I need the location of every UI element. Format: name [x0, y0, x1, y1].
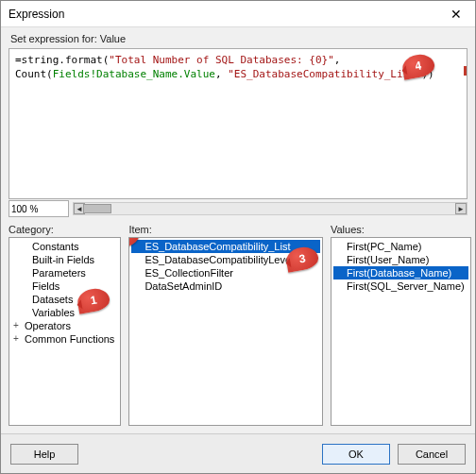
expression-editor[interactable]: =string.format("Total Number of SQL Data… [8, 48, 468, 199]
item-box: 2 ES_DatabaseCompatibility_List ES_Datab… [128, 237, 323, 426]
close-button[interactable]: ✕ [437, 1, 475, 27]
window-title: Expression [8, 8, 64, 21]
values-row[interactable]: First(PC_Name) [333, 240, 468, 253]
help-button[interactable]: Help [10, 444, 78, 465]
cancel-button[interactable]: Cancel [398, 444, 466, 465]
subheader-label: Set expression for: Value [1, 27, 475, 46]
picker-panes: Category: Constants Built-in Fields Para… [8, 224, 468, 426]
titlebar: Expression ✕ [1, 1, 475, 27]
footer-button-group: OK Cancel [322, 444, 466, 465]
values-pane: Values: First(PC_Name) First(User_Name) … [331, 224, 471, 426]
category-pane: Category: Constants Built-in Fields Para… [8, 224, 121, 426]
category-constants[interactable]: Constants [11, 240, 118, 253]
scroll-right-icon[interactable]: ► [455, 203, 467, 214]
values-box: First(PC_Name) First(User_Name) First(Da… [331, 237, 471, 426]
values-row[interactable]: First(SQL_Server_Name) [333, 279, 468, 293]
category-parameters[interactable]: Parameters [11, 266, 118, 279]
zoom-row: ◄ ► [8, 199, 468, 218]
values-row[interactable]: First(Database_Name) [333, 266, 468, 279]
item-row[interactable]: DataSetAdminID [131, 279, 320, 293]
category-box: Constants Built-in Fields Parameters Fie… [8, 237, 121, 426]
values-row[interactable]: First(User_Name) [333, 253, 468, 266]
code-line-2: Count(Fields!Database_Name.Value, "ES_Da… [15, 67, 461, 81]
editor-h-scrollbar[interactable]: ◄ ► [73, 202, 468, 215]
category-operators[interactable]: Operators [11, 319, 118, 332]
scroll-thumb[interactable] [83, 204, 111, 213]
change-marker [464, 66, 467, 76]
category-common-functions[interactable]: Common Functions [11, 332, 118, 346]
dialog-footer: Help OK Cancel [1, 433, 475, 473]
category-builtin-fields[interactable]: Built-in Fields [11, 253, 118, 266]
category-tree[interactable]: Constants Built-in Fields Parameters Fie… [9, 238, 120, 347]
item-pane: Item: 2 ES_DatabaseCompatibility_List ES… [128, 224, 323, 426]
values-list[interactable]: First(PC_Name) First(User_Name) First(Da… [332, 238, 470, 295]
close-icon: ✕ [450, 7, 462, 22]
category-datasets[interactable]: Datasets 1 [11, 293, 118, 306]
zoom-select[interactable] [8, 200, 69, 217]
item-label: Item: [128, 224, 323, 235]
code-line-1: =string.format("Total Number of SQL Data… [15, 53, 461, 67]
expression-dialog: Expression ✕ Set expression for: Value =… [0, 0, 476, 474]
ok-button[interactable]: OK [322, 444, 390, 465]
values-label: Values: [331, 224, 471, 235]
category-label: Category: [8, 224, 121, 235]
